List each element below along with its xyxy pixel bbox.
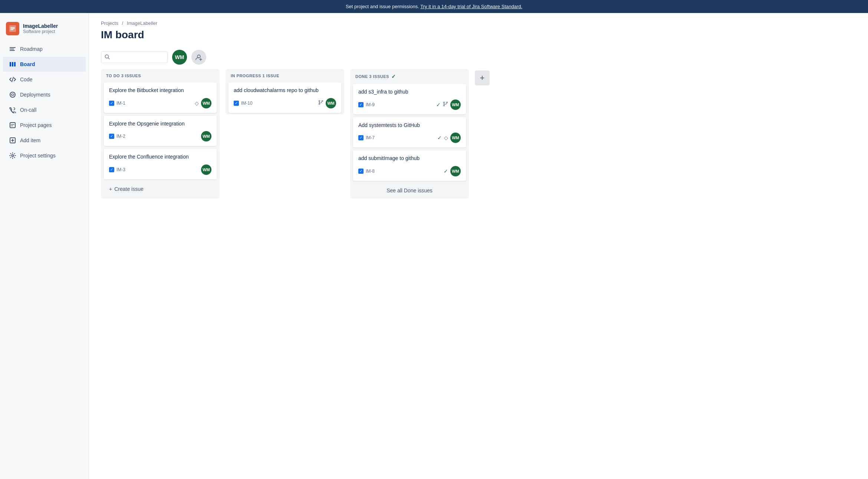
issue-title-im7: Add systemtests to GitHub [358, 122, 461, 129]
issue-card-im2[interactable]: Explore the Opsgenie integration IM-2 WM [104, 116, 217, 146]
issue-id-wrap-im3: IM-3 [109, 167, 125, 172]
column-todo: TO DO 3 ISSUES Explore the Bitbucket int… [101, 69, 220, 199]
add-item-label: Add item [20, 137, 40, 143]
issue-icons-im7: ✓ ◇ WM [437, 133, 461, 143]
issue-title-im9: add s3_infra to github [358, 88, 461, 96]
sidebar-item-project-settings[interactable]: Project settings [3, 148, 86, 163]
on-call-label: On-call [20, 107, 36, 113]
issue-card-im1[interactable]: Explore the Bitbucket integration IM-1 ◇… [104, 82, 217, 113]
breadcrumb-projects[interactable]: Projects [101, 20, 118, 26]
branch-icon-im10 [318, 100, 323, 106]
issue-title-im10: add cloudwatchalarms repo to github [234, 87, 336, 94]
issue-id-wrap-im8: IM-8 [358, 169, 375, 174]
sidebar-item-code[interactable]: Code [3, 72, 86, 87]
issue-card-im3[interactable]: Explore the Confluence integration IM-3 … [104, 149, 217, 179]
done-checkmark-im8: ✓ [444, 168, 448, 174]
avatar-im7: WM [450, 133, 461, 143]
issue-id-im9: IM-9 [366, 102, 375, 107]
issue-title-im8: add submitImage to github [358, 155, 461, 162]
issue-id-im8: IM-8 [366, 169, 375, 174]
issue-meta-im10: IM-10 [234, 98, 336, 108]
column-done: DONE 3 ISSUES ✓ add s3_infra to github I… [350, 69, 469, 199]
issue-card-im10[interactable]: add cloudwatchalarms repo to github IM-1… [228, 82, 341, 113]
svg-line-17 [108, 58, 110, 59]
issue-icons-im10: WM [318, 98, 336, 108]
issue-checkbox-im3 [109, 167, 114, 172]
avatar-im2: WM [201, 131, 211, 141]
issue-meta-im3: IM-3 WM [109, 164, 211, 175]
issue-title-im1: Explore the Bitbucket integration [109, 87, 211, 94]
issue-icons-im8: ✓ WM [444, 166, 461, 176]
svg-rect-4 [10, 62, 11, 66]
issue-checkbox-im8 [358, 169, 364, 174]
issue-id-im7: IM-7 [366, 135, 375, 140]
sidebar-project: ImageLabeller Software project [0, 19, 89, 41]
breadcrumb-separator: / [122, 20, 124, 26]
add-assignee-button[interactable] [191, 50, 206, 65]
issue-id-wrap-im1: IM-1 [109, 101, 125, 106]
avatar-im1: WM [201, 98, 211, 108]
avatar-im3: WM [201, 164, 211, 175]
story-point-icon-im1: ◇ [195, 100, 199, 106]
issue-id-wrap-im2: IM-2 [109, 134, 125, 139]
issue-id-im1: IM-1 [116, 101, 125, 106]
page-header: Projects / ImageLabeller IM board [89, 13, 868, 45]
breadcrumb-imagelabeller[interactable]: ImageLabeller [127, 20, 157, 26]
column-done-body: add s3_infra to github IM-9 ✓ [350, 82, 469, 182]
project-settings-label: Project settings [20, 153, 56, 159]
sidebar-item-board[interactable]: Board [3, 57, 86, 72]
sidebar-project-info: ImageLabeller Software project [23, 23, 58, 34]
avatar-im9: WM [450, 100, 461, 110]
code-icon [9, 76, 16, 83]
sidebar-item-add-item[interactable]: Add item [3, 133, 86, 148]
avatar-im10: WM [326, 98, 336, 108]
column-inprogress: IN PROGRESS 1 ISSUE add cloudwatchalarms… [226, 69, 344, 114]
sidebar-item-deployments[interactable]: Deployments [3, 87, 86, 102]
issue-meta-im2: IM-2 WM [109, 131, 211, 141]
issue-title-im2: Explore the Opsgenie integration [109, 120, 211, 128]
done-checkmark-im7: ✓ [437, 135, 442, 141]
branch-icon-im9 [443, 101, 448, 108]
project-icon [6, 22, 19, 35]
column-done-header: DONE 3 ISSUES ✓ [350, 69, 469, 82]
issue-card-im8[interactable]: add submitImage to github IM-8 ✓ WM [353, 150, 466, 181]
issue-title-im3: Explore the Confluence integration [109, 153, 211, 161]
roadmap-label: Roadmap [20, 46, 43, 52]
issue-id-wrap-im9: IM-9 [358, 102, 375, 107]
banner-link[interactable]: Try it in a 14-day trial of Jira Softwar… [420, 4, 522, 9]
svg-point-15 [12, 155, 14, 157]
issue-card-im7[interactable]: Add systemtests to GitHub IM-7 ✓ ◇ WM [353, 117, 466, 148]
project-type: Software project [23, 29, 58, 34]
issue-checkbox-im9 [358, 102, 364, 107]
board-icon [9, 61, 16, 68]
column-todo-body: Explore the Bitbucket integration IM-1 ◇… [101, 81, 220, 181]
issue-id-im3: IM-3 [116, 167, 125, 172]
sidebar-nav: Roadmap Board [0, 41, 89, 163]
svg-point-22 [322, 101, 323, 102]
banner-text: Set project and issue permissions. [346, 4, 419, 9]
sidebar-item-on-call[interactable]: On-call [3, 102, 86, 117]
column-inprogress-header: IN PROGRESS 1 ISSUE [226, 69, 344, 81]
svg-rect-9 [10, 123, 15, 128]
issue-icons-im9: ✓ WM [436, 100, 461, 110]
sidebar-item-project-pages[interactable]: Project pages [3, 118, 86, 133]
sidebar-item-roadmap[interactable]: Roadmap [3, 42, 86, 56]
create-issue-button[interactable]: + Create issue [104, 182, 217, 196]
search-input[interactable] [101, 51, 168, 63]
issue-id-im2: IM-2 [116, 134, 125, 139]
page-title: IM board [101, 29, 856, 41]
add-column-button[interactable]: + [475, 71, 490, 85]
issue-id-wrap-im10: IM-10 [234, 101, 253, 106]
code-label: Code [20, 76, 32, 82]
story-point-icon-im7: ◇ [444, 135, 448, 141]
avatar-wm[interactable]: WM [172, 50, 187, 65]
svg-rect-6 [14, 62, 16, 66]
main-content: Projects / ImageLabeller IM board WM [89, 13, 868, 479]
breadcrumb: Projects / ImageLabeller [101, 20, 856, 26]
issue-card-im9[interactable]: add s3_infra to github IM-9 ✓ [353, 84, 466, 114]
column-todo-header: TO DO 3 ISSUES [101, 69, 220, 81]
deployments-label: Deployments [20, 92, 50, 98]
board-area: TO DO 3 ISSUES Explore the Bitbucket int… [89, 69, 868, 479]
issue-icons-im1: ◇ WM [195, 98, 211, 108]
see-all-done-button[interactable]: See all Done issues [350, 182, 469, 199]
